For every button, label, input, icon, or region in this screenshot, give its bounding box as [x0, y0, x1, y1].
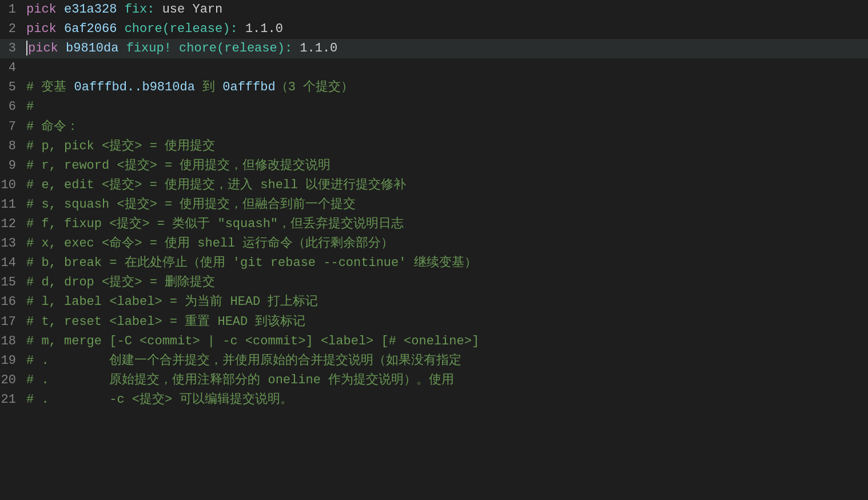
line-content: # . -c <提交> 可以编辑提交说明。 — [26, 390, 868, 410]
token-type: chore(release): — [179, 41, 292, 55]
line-number: 14 — [0, 253, 26, 273]
line-1: 1pick e31a328 fix: use Yarn — [0, 0, 868, 19]
line-content: pick e31a328 fix: use Yarn — [26, 0, 868, 19]
token-code: 0afffbd..b9810da — [74, 80, 195, 94]
token-comment: # 变基 — [26, 80, 74, 94]
line-number: 13 — [0, 234, 26, 253]
line-content: # 命令： — [26, 117, 868, 137]
token-comment: # e, edit <提交> = 使用提交，进入 shell 以便进行提交修补 — [26, 178, 406, 192]
line-number: 3 — [0, 39, 26, 58]
line-number: 18 — [0, 332, 26, 351]
token-comment: # f, fixup <提交> = 类似于 "squash"，但丢弃提交说明日志 — [26, 217, 404, 231]
line-number: 12 — [0, 215, 26, 234]
token-comment: # t, reset <label> = 重置 HEAD 到该标记 — [26, 315, 305, 329]
token-comment: # 命令： — [26, 120, 79, 134]
line-content: pick 6af2066 chore(release): 1.1.0 — [26, 19, 868, 39]
line-3: 3pick b9810da fixup! chore(release): 1.1… — [0, 39, 868, 58]
line-number: 16 — [0, 292, 26, 312]
line-6: 6# — [0, 97, 868, 117]
line-number: 11 — [0, 195, 26, 215]
line-number: 1 — [0, 0, 26, 19]
line-content: # l, label <label> = 为当前 HEAD 打上标记 — [26, 292, 868, 312]
line-content: pick b9810da fixup! chore(release): 1.1.… — [26, 39, 868, 58]
token-comment: # — [26, 100, 34, 114]
token-comment: # b, break = 在此处停止（使用 'git rebase --cont… — [26, 256, 477, 270]
line-13: 13# x, exec <命令> = 使用 shell 运行命令（此行剩余部分） — [0, 234, 868, 253]
line-number: 19 — [0, 351, 26, 371]
token-comment: # p, pick <提交> = 使用提交 — [26, 139, 215, 153]
line-14: 14# b, break = 在此处停止（使用 'git rebase --co… — [0, 253, 868, 273]
token-comment: # r, reword <提交> = 使用提交，但修改提交说明 — [26, 158, 331, 173]
line-number: 15 — [0, 273, 26, 292]
line-4: 4 — [0, 58, 868, 78]
token-comment: 到 — [195, 80, 222, 94]
token-hash: e31a328 — [64, 2, 117, 17]
token-comment: # l, label <label> = 为当前 HEAD 打上标记 — [26, 295, 318, 309]
line-17: 17# t, reset <label> = 重置 HEAD 到该标记 — [0, 312, 868, 332]
line-content: # m, merge [-C <commit> | -c <commit>] <… — [26, 332, 868, 351]
token-comment: # d, drop <提交> = 删除提交 — [26, 275, 215, 289]
code-editor: 1pick e31a328 fix: use Yarn2pick 6af2066… — [0, 0, 868, 410]
line-19: 19# . 创建一个合并提交，并使用原始的合并提交说明（如果没有指定 — [0, 351, 868, 371]
line-number: 10 — [0, 176, 26, 195]
token-comment: # . 原始提交，使用注释部分的 oneline 作为提交说明）。使用 — [26, 373, 454, 387]
line-content: # p, pick <提交> = 使用提交 — [26, 137, 868, 156]
token-fixup: fixup! — [126, 41, 172, 55]
token-pick: pick — [26, 2, 57, 17]
line-15: 15# d, drop <提交> = 删除提交 — [0, 273, 868, 292]
token-comment: # . 创建一个合并提交，并使用原始的合并提交说明（如果没有指定 — [26, 354, 461, 368]
line-content: # x, exec <命令> = 使用 shell 运行命令（此行剩余部分） — [26, 234, 868, 253]
token-hash: b9810da — [66, 41, 118, 55]
line-number: 6 — [0, 97, 26, 117]
line-18: 18# m, merge [-C <commit> | -c <commit>]… — [0, 332, 868, 351]
token-pick: pick — [26, 22, 57, 36]
line-number: 7 — [0, 117, 26, 137]
line-number: 8 — [0, 137, 26, 156]
line-8: 8# p, pick <提交> = 使用提交 — [0, 137, 868, 156]
token-normal: 1.1.0 — [238, 22, 283, 36]
line-10: 10# e, edit <提交> = 使用提交，进入 shell 以便进行提交修… — [0, 176, 868, 195]
line-content: # r, reword <提交> = 使用提交，但修改提交说明 — [26, 156, 868, 176]
line-content: # f, fixup <提交> = 类似于 "squash"，但丢弃提交说明日志 — [26, 215, 868, 234]
line-content: # 变基 0afffbd..b9810da 到 0afffbd（3 个提交） — [26, 78, 868, 97]
line-21: 21# . -c <提交> 可以编辑提交说明。 — [0, 390, 868, 410]
line-2: 2pick 6af2066 chore(release): 1.1.0 — [0, 19, 868, 39]
line-content: # b, break = 在此处停止（使用 'git rebase --cont… — [26, 253, 868, 273]
line-number: 2 — [0, 19, 26, 39]
line-content: # d, drop <提交> = 删除提交 — [26, 273, 868, 292]
line-number: 17 — [0, 312, 26, 332]
line-number: 4 — [0, 58, 26, 78]
token-type: chore(release): — [125, 22, 238, 36]
line-content: # s, squash <提交> = 使用提交，但融合到前一个提交 — [26, 195, 868, 215]
line-content: # — [26, 97, 868, 117]
token-pick: pick — [28, 41, 58, 55]
line-content: # e, edit <提交> = 使用提交，进入 shell 以便进行提交修补 — [26, 176, 868, 195]
line-11: 11# s, squash <提交> = 使用提交，但融合到前一个提交 — [0, 195, 868, 215]
line-number: 5 — [0, 78, 26, 97]
line-number: 20 — [0, 371, 26, 390]
line-9: 9# r, reword <提交> = 使用提交，但修改提交说明 — [0, 156, 868, 176]
line-20: 20# . 原始提交，使用注释部分的 oneline 作为提交说明）。使用 — [0, 371, 868, 390]
token-comment: （3 个提交） — [276, 80, 353, 94]
line-5: 5# 变基 0afffbd..b9810da 到 0afffbd（3 个提交） — [0, 78, 868, 97]
token-normal: use Yarn — [154, 2, 222, 17]
token-comment: # . -c <提交> 可以编辑提交说明。 — [26, 392, 293, 407]
token-comment: # s, squash <提交> = 使用提交，但融合到前一个提交 — [26, 197, 356, 212]
line-16: 16# l, label <label> = 为当前 HEAD 打上标记 — [0, 292, 868, 312]
text-cursor — [26, 41, 27, 55]
token-comment: # x, exec <命令> = 使用 shell 运行命令（此行剩余部分） — [26, 236, 393, 251]
line-number: 9 — [0, 156, 26, 176]
line-number: 21 — [0, 390, 26, 410]
token-hash: 6af2066 — [64, 22, 117, 36]
line-content: # t, reset <label> = 重置 HEAD 到该标记 — [26, 312, 868, 332]
line-content: # . 创建一个合并提交，并使用原始的合并提交说明（如果没有指定 — [26, 351, 868, 371]
line-7: 7# 命令： — [0, 117, 868, 137]
line-content: # . 原始提交，使用注释部分的 oneline 作为提交说明）。使用 — [26, 371, 868, 390]
line-12: 12# f, fixup <提交> = 类似于 "squash"，但丢弃提交说明… — [0, 215, 868, 234]
token-code: 0afffbd — [222, 80, 275, 94]
token-comment: # m, merge [-C <commit> | -c <commit>] <… — [26, 334, 479, 348]
token-normal: 1.1.0 — [292, 41, 337, 55]
token-type: fix: — [125, 2, 155, 17]
